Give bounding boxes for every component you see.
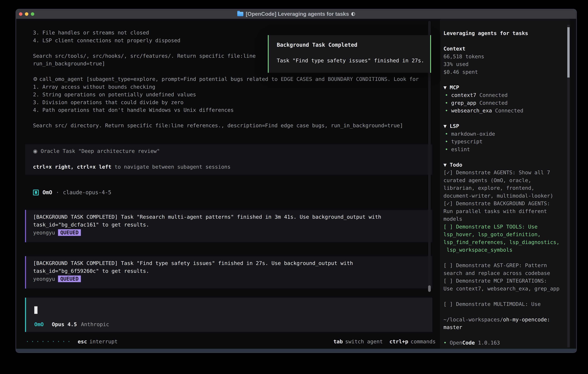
sidebar-line: [ ] Demonstrate MULTIMODAL: Use [443, 300, 566, 308]
zoom-window-button[interactable] [31, 12, 34, 16]
sidebar-line: ▼ MCP [443, 83, 566, 91]
main-scrollbar-thumb[interactable] [428, 285, 431, 292]
sidebar-right-gap [570, 19, 576, 349]
esc-key-label: interrupt [89, 339, 118, 344]
sidebar-line: librarian, explore, frontend, [443, 184, 566, 192]
sidebar-line: [ ] Demonstrate AST-GREP: Pattern [443, 261, 566, 269]
sidebar-line: $0.46 spent [443, 68, 566, 76]
message-text-line: task_id="bg_dcfac161" to get results. [33, 221, 432, 229]
fisheye-icon: ◉ [33, 148, 37, 154]
window-title-group: [OpenCode] Leveraging agents for tasks [237, 11, 355, 17]
status-bar: ········· esc interrupt tab switch agent… [26, 338, 436, 345]
bullet-icon: • [445, 92, 451, 98]
terminal-main: 3. File handles or streams not closed4. … [16, 19, 440, 349]
queued-badge: QUEUED [58, 276, 81, 282]
message-meta: yeongyu QUEUED [33, 229, 432, 236]
traffic-lights [19, 10, 34, 19]
message-text: [BACKGROUND TASK COMPLETED] Task "Find t… [33, 259, 432, 275]
agent-separator: · [56, 189, 59, 196]
sidebar-line: document-writer, multimodal-looker) [443, 192, 566, 200]
sidebar-line: [✓] Demonstrate BACKGROUND AGENTS: [443, 200, 566, 208]
sidebar-line [443, 254, 566, 262]
agent-header: OmO · claude-opus-4-5 [33, 189, 111, 196]
sidebar-line: Use context7, websearch_exa, grep_app [443, 285, 566, 292]
message-text-line: [BACKGROUND TASK COMPLETED] Task "Resear… [33, 213, 432, 221]
sidebar-line: master [443, 323, 566, 331]
prompt-input[interactable]: OmO Opus 4.5 Anthropic [25, 298, 432, 332]
terminal-line: 1. Array access without bounds checking [33, 83, 423, 91]
sidebar-line [443, 76, 566, 83]
close-window-button[interactable] [19, 12, 22, 16]
sidebar-line: Leveraging agents for tasks [443, 29, 566, 37]
sidebar-line: curated agents (OmO, oracle, [443, 177, 566, 184]
tab-key-label: switch agent [345, 339, 383, 344]
spinner-dots-icon: ········· [26, 338, 73, 345]
bullet-icon: • [445, 100, 451, 106]
titlebar[interactable]: [OpenCode] Leveraging agents for tasks [16, 10, 576, 19]
terminal-line: ⚙ call_omo_agent [subagent_type=explore,… [33, 75, 423, 83]
sidebar-line: [ ] Demonstrate MCP INTEGRATIONS: [443, 277, 566, 285]
queued-badge: QUEUED [58, 229, 81, 236]
bullet-icon: • [445, 131, 451, 137]
background-task-toast: Background Task Completed Task "Find typ… [268, 35, 431, 73]
sidebar-line: search and replace across codebase [443, 269, 566, 277]
sidebar-line: ▼ LSP [443, 122, 566, 130]
triangle-down-icon: ▼ [443, 162, 450, 168]
bg-task-message-1: [BACKGROUND TASK COMPLETED] Task "Resear… [25, 210, 432, 242]
sidebar-scrollbar[interactable] [567, 25, 570, 347]
sidebar-line: • typescript [443, 138, 566, 145]
sidebar-line [443, 114, 566, 122]
content-area: 3. File handles or streams not closed4. … [16, 19, 576, 349]
toast-title: Background Task Completed [277, 42, 430, 48]
sidebar-line [443, 153, 566, 161]
sidebar-line: 66,518 tokens [443, 53, 566, 61]
message-author: yeongyu [33, 230, 55, 236]
message-meta: yeongyu QUEUED [33, 276, 432, 282]
input-provider-label: Anthropic [81, 321, 109, 327]
toast-body: Task "Find type safety issues" finished … [277, 58, 430, 63]
ctrlp-key-hint: ctrl+p [389, 339, 408, 344]
terminal-line [33, 114, 423, 122]
window-footer-bar [16, 349, 576, 353]
input-agent-label: OmO [34, 321, 44, 327]
minimize-window-button[interactable] [25, 12, 28, 16]
triangle-down-icon: ▼ [443, 123, 450, 129]
half-circle-icon [351, 12, 355, 16]
terminal-line: Search src/ directory. Return specific f… [33, 122, 423, 129]
oracle-hint-line: ctrl+x right, ctrl+x left to navigate be… [33, 164, 432, 170]
triangle-down-icon: ▼ [443, 84, 450, 90]
bullet-icon: • [445, 139, 451, 145]
sidebar-line [443, 308, 566, 316]
sidebar-line: lsp_hover, lsp_goto_definition, [443, 230, 566, 238]
sidebar-line: ▼ Todo [443, 161, 566, 169]
window-title: [OpenCode] Leveraging agents for tasks [246, 11, 349, 17]
bullet-icon: • [445, 146, 451, 152]
oracle-task-line: ◉ Oracle Task "Deep architecture review" [33, 148, 432, 154]
sidebar-line: • websearch_exa Connected [443, 107, 566, 114]
sidebar-scrollbar-thumb[interactable] [567, 27, 570, 78]
message-text-line: [BACKGROUND TASK COMPLETED] Task "Find t… [33, 259, 432, 267]
sidebar-line: [ ] Demonstrate LSP TOOLS: Use [443, 223, 566, 231]
sidebar-line: Context [443, 45, 566, 53]
sidebar-line: [✓] Demonstrate AGENTS: Show all 7 [443, 169, 566, 177]
tab-key-hint: tab [333, 339, 343, 344]
input-model-label: Opus 4.5 [52, 321, 77, 327]
message-author: yeongyu [33, 276, 55, 282]
message-text: [BACKGROUND TASK COMPLETED] Task "Resear… [33, 213, 432, 229]
sidebar-line: lsp_workspace_symbols [443, 246, 566, 254]
sidebar-line: ~/local-workspaces/oh-my-opencode: [443, 316, 566, 323]
esc-key-hint: esc [78, 339, 87, 344]
sidebar-content: Leveraging agents for tasks Context66,51… [443, 29, 566, 347]
terminal-line: 2. String operations on potentially unde… [33, 91, 423, 98]
bullet-icon: • [445, 108, 451, 114]
sidebar-line: 33% used [443, 60, 566, 68]
input-meta: OmO Opus 4.5 Anthropic [34, 321, 109, 327]
agent-model: claude-opus-4-5 [63, 189, 111, 196]
sidebar: Leveraging agents for tasks Context66,51… [440, 19, 576, 349]
sidebar-line [443, 292, 566, 300]
sidebar-line: • markdown-oxide [443, 130, 566, 138]
sidebar-line: • OpenCode 1.0.163 [443, 339, 566, 347]
message-text-line: task_id="bg_6f59260c" to get results. [33, 267, 432, 275]
sidebar-line [443, 37, 566, 45]
bg-task-message-2: [BACKGROUND TASK COMPLETED] Task "Find t… [25, 256, 432, 289]
